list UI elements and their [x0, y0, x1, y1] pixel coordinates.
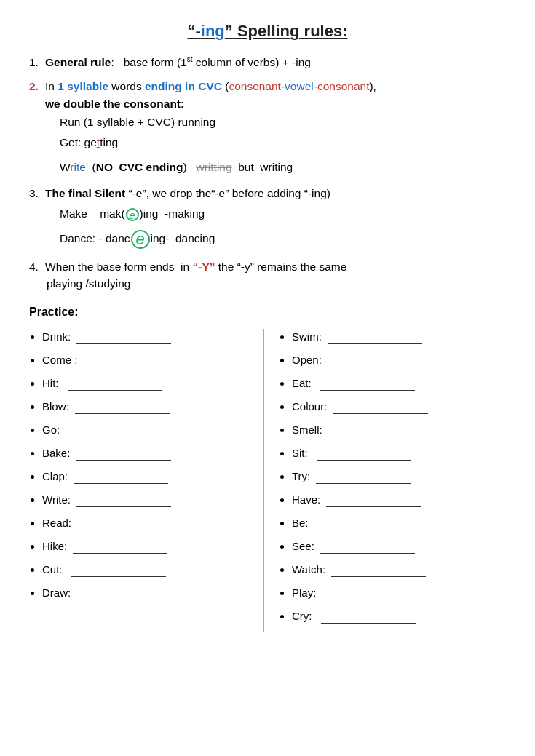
rule-2: 2. In 1 syllable words ending in CVC (co…	[29, 78, 506, 177]
rule-3-header: The final Silent “-e”, we drop the“-e” b…	[45, 187, 330, 199]
blank[interactable]	[328, 437, 423, 437]
blank[interactable]	[322, 600, 417, 600]
blank[interactable]	[316, 483, 411, 484]
list-item: Draw:	[42, 585, 256, 600]
practice-title: Practice:	[29, 306, 506, 319]
page: “-ing” Spelling rules: 1. General rule: …	[0, 0, 535, 756]
list-item: Bake:	[42, 445, 256, 461]
rule-4-text: When the base form ends in “-Y” the “-y”…	[45, 260, 346, 290]
list-item: See:	[292, 538, 506, 554]
blank[interactable]	[331, 576, 426, 577]
list-item: Read:	[42, 515, 256, 530]
rules-list: 1. General rule: base form (1st column o…	[29, 54, 506, 293]
list-item: Hike:	[42, 538, 256, 554]
blank[interactable]	[76, 506, 171, 507]
blank[interactable]	[84, 367, 178, 367]
list-item: Have:	[292, 492, 506, 507]
blank[interactable]	[75, 413, 170, 414]
list-item: Blow:	[42, 399, 256, 414]
list-item: Watch:	[292, 562, 506, 577]
rule-4: 4. When the base form ends in “-Y” the “…	[29, 258, 506, 293]
blank[interactable]	[77, 530, 172, 530]
rule-1: 1. General rule: base form (1st column o…	[29, 54, 506, 71]
blank[interactable]	[320, 390, 415, 391]
blank[interactable]	[328, 367, 422, 367]
rule-3-examples: Make – mak(e)ing -making Dance: - dancei…	[45, 202, 506, 251]
list-item: Play:	[292, 585, 506, 600]
list-item: Eat:	[292, 375, 506, 391]
title-ing: ing	[201, 22, 225, 40]
list-item: Open:	[292, 352, 506, 367]
blank[interactable]	[71, 576, 166, 577]
list-item: Smell:	[292, 422, 506, 437]
blank[interactable]	[68, 390, 162, 391]
rule-2-number: 2.	[29, 78, 39, 95]
rule-3-number: 3.	[29, 185, 39, 202]
list-item: Swim:	[292, 329, 506, 344]
practice-columns: Drink: Come : Hit: Blow: Go: Bake: Clap:…	[29, 329, 506, 632]
list-item: Go:	[42, 422, 256, 437]
list-item: Hit:	[42, 375, 256, 391]
blank[interactable]	[326, 506, 421, 507]
practice-col-1: Drink: Come : Hit: Blow: Go: Bake: Clap:…	[29, 329, 264, 632]
rule-2-text: In 1 syllable words ending in CVC (conso…	[45, 80, 376, 109]
page-title: “-ing” Spelling rules:	[29, 22, 506, 41]
practice-list-2: Swim: Open: Eat: Colour: Smell: Sit: Try…	[279, 329, 506, 624]
blank[interactable]	[76, 343, 171, 344]
blank[interactable]	[76, 460, 171, 461]
blank[interactable]	[328, 343, 422, 344]
list-item: Be:	[292, 515, 506, 530]
practice-col-2: Swim: Open: Eat: Colour: Smell: Sit: Try…	[264, 329, 506, 632]
list-item: Sit:	[292, 445, 506, 461]
blank[interactable]	[73, 553, 167, 554]
list-item: Come :	[42, 352, 256, 367]
blank[interactable]	[74, 483, 168, 484]
rule-1-text: General rule: base form (1st column of v…	[45, 56, 311, 68]
blank[interactable]	[317, 530, 397, 530]
blank[interactable]	[321, 623, 416, 624]
list-item: Write:	[42, 492, 256, 507]
list-item: Clap:	[42, 469, 256, 484]
list-item: Colour:	[292, 399, 506, 414]
blank[interactable]	[66, 437, 146, 437]
blank[interactable]	[333, 413, 428, 414]
rule-3: 3. The final Silent “-e”, we drop the“-e…	[29, 185, 506, 251]
rule-1-number: 1.	[29, 54, 39, 71]
list-item: Cut:	[42, 562, 256, 577]
rule-4-number: 4.	[29, 258, 39, 275]
title-prefix: “-	[187, 22, 200, 40]
list-item: Cry:	[292, 608, 506, 624]
blank[interactable]	[320, 553, 415, 554]
list-item: Try:	[292, 469, 506, 484]
title-suffix: ” Spelling rules:	[225, 22, 348, 40]
practice-list-1: Drink: Come : Hit: Blow: Go: Bake: Clap:…	[29, 329, 256, 600]
blank[interactable]	[317, 460, 411, 461]
practice-section: Practice: Drink: Come : Hit: Blow: Go: B…	[29, 306, 506, 632]
list-item: Drink:	[42, 329, 256, 344]
rule-2-examples: Run (1 syllable + CVC) running Get: gett…	[45, 112, 506, 178]
blank[interactable]	[76, 600, 171, 600]
